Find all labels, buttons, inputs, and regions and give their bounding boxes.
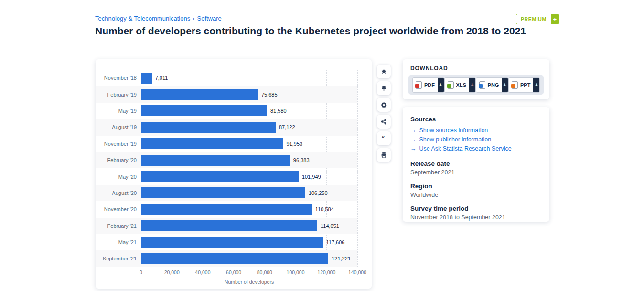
survey-period-heading: Survey time period	[410, 205, 542, 212]
bar	[141, 187, 305, 198]
bar	[141, 105, 267, 116]
plus-icon: +	[469, 78, 475, 92]
chart-row: February '21114,051	[96, 218, 357, 234]
chart-row: November '20110,584	[96, 201, 357, 217]
value-label: 106,250	[309, 190, 328, 196]
info-card: Sources →Show sources information→Show p…	[403, 107, 549, 222]
ppt-file-icon	[512, 81, 518, 89]
x-tick-label: 140,000	[348, 269, 366, 275]
x-tick-label: 60,000	[226, 269, 241, 275]
sources-heading: Sources	[410, 116, 542, 123]
value-label: 75,685	[261, 92, 278, 97]
breadcrumb: Technology & Telecommunications›Software	[95, 15, 222, 22]
category-label: November '20	[96, 206, 141, 212]
download-format-label: PNG	[488, 82, 499, 88]
print-button[interactable]	[377, 148, 391, 162]
value-label: 101,949	[302, 174, 321, 180]
category-label: February '20	[96, 157, 141, 163]
statista-statistic-page: Technology & Telecommunications›Software…	[0, 0, 644, 291]
breadcrumb-separator: ›	[193, 15, 194, 22]
download-ppt-button[interactable]: PPT+	[508, 77, 540, 93]
page-title: Number of developers contributing to the…	[95, 24, 539, 38]
category-label: August '20	[96, 190, 141, 196]
breadcrumb-category-link[interactable]: Technology & Telecommunications	[95, 15, 190, 22]
download-format-label: PPT	[520, 82, 530, 88]
value-label: 87,122	[279, 124, 295, 130]
gear-icon	[381, 102, 387, 108]
plus-icon: +	[438, 78, 444, 92]
png-file-icon	[479, 81, 485, 89]
download-format-label: PDF	[424, 82, 435, 88]
breadcrumb-subcategory-link[interactable]: Software	[197, 15, 222, 22]
category-label: November '19	[96, 141, 141, 147]
quote-icon: “	[381, 135, 387, 141]
premium-label: PREMIUM	[516, 14, 551, 24]
value-label: 114,051	[321, 223, 339, 229]
x-tick-label: 20,000	[164, 269, 180, 275]
x-tick-label: 120,000	[317, 269, 335, 275]
chart-action-toolbar: “	[377, 65, 391, 162]
bar	[141, 220, 317, 231]
value-label: 121,221	[332, 256, 351, 261]
category-label: September '21	[96, 256, 141, 261]
bar	[141, 122, 276, 133]
region-heading: Region	[410, 183, 542, 190]
pdf-file-icon	[416, 81, 422, 89]
bar	[141, 237, 323, 248]
svg-text:“: “	[381, 135, 385, 141]
bell-icon	[381, 85, 387, 91]
source-links: →Show sources information→Show publisher…	[410, 126, 542, 153]
citation-button[interactable]: “	[377, 131, 391, 145]
x-tick-label: 80,000	[257, 269, 272, 275]
download-format-label: XLS	[456, 82, 466, 88]
arrow-icon: →	[410, 145, 417, 152]
x-tick-label: 100,000	[287, 269, 305, 275]
value-label: 91,953	[287, 141, 303, 147]
xls-file-icon	[448, 81, 454, 89]
survey-period-value: November 2018 to September 2021	[410, 214, 542, 221]
premium-plus-icon: +	[551, 14, 559, 24]
bar	[141, 73, 152, 84]
value-label: 110,584	[315, 206, 334, 212]
source-link[interactable]: →Use Ask Statista Research Service	[410, 144, 542, 153]
download-png-button[interactable]: PNG+	[476, 77, 508, 93]
category-label: February '21	[96, 223, 141, 229]
chart-row: September '21121,221	[96, 250, 357, 267]
bar	[141, 253, 328, 264]
source-link[interactable]: →Show sources information	[410, 126, 542, 135]
x-axis-label: Number of developers	[141, 279, 357, 285]
arrow-icon: →	[410, 127, 417, 134]
release-date-value: September 2021	[410, 169, 542, 176]
download-xls-button[interactable]: XLS+	[444, 77, 476, 93]
chart-row: May '20101,949	[96, 168, 357, 184]
chart-row: February '2096,383	[96, 152, 357, 168]
bar	[141, 171, 299, 182]
settings-button[interactable]	[377, 98, 391, 112]
arrow-icon: →	[410, 136, 417, 143]
chart-row: February '1975,685	[96, 86, 357, 102]
category-label: November '18	[96, 75, 141, 81]
chart-row: August '1987,122	[96, 119, 357, 135]
share-button[interactable]	[377, 115, 391, 129]
share-icon	[381, 119, 387, 125]
source-link[interactable]: →Show publisher information	[410, 135, 542, 144]
category-label: May '20	[96, 174, 141, 180]
favorite-button[interactable]	[377, 65, 391, 78]
chart-row: November '1991,953	[96, 136, 357, 152]
premium-badge[interactable]: PREMIUM +	[516, 14, 559, 24]
bar	[141, 89, 258, 100]
download-title: DOWNLOAD	[410, 65, 448, 72]
bar	[141, 138, 283, 149]
star-icon	[381, 68, 387, 75]
chart-row: August '20106,250	[96, 185, 357, 201]
x-tick-label: 0	[140, 269, 142, 275]
download-pdf-button[interactable]: PDF+	[412, 77, 444, 93]
region-value: Worldwide	[410, 192, 542, 198]
category-label: May '19	[96, 108, 141, 114]
alert-button[interactable]	[377, 81, 391, 95]
plus-icon: +	[533, 78, 539, 92]
value-label: 117,606	[326, 239, 345, 245]
x-axis-ticks: 020,00040,00060,00080,000100,000120,0001…	[141, 269, 357, 276]
value-label: 7,011	[155, 75, 168, 81]
x-tick-label: 40,000	[195, 269, 210, 275]
